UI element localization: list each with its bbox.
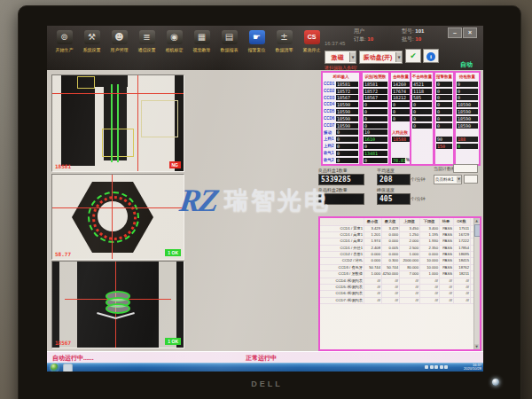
toolbar-item-vision-teach[interactable]: ▦视觉教导	[190, 28, 214, 67]
toolbar-item-user-management[interactable]: ☻用户管理	[107, 28, 131, 67]
avg-speed-unit: 个/分钟	[411, 176, 425, 182]
table-row: 0	[435, 115, 453, 122]
cell: ///	[382, 278, 400, 284]
table-row: 0	[435, 108, 453, 115]
measure-line	[117, 84, 119, 162]
tray-icon[interactable]	[440, 365, 443, 369]
table-row: 0	[411, 101, 433, 108]
value-cell: 10	[364, 129, 387, 135]
cell: 1.201	[364, 232, 382, 238]
table-row[interactable]: CCD1 / 宽度13.4293.4293.4503.400PASS17511	[320, 226, 480, 232]
table-row	[391, 150, 411, 157]
table-row[interactable]: CCD6 /检测列表//////////////////	[320, 291, 480, 297]
table-row[interactable]: CCD7 /检测列表//////////////////	[320, 298, 480, 304]
empty-cell	[457, 129, 478, 135]
info-button[interactable]: i	[423, 49, 439, 63]
cell: 0.005	[382, 246, 400, 251]
cell: ///	[382, 285, 400, 290]
scroll-down-icon[interactable]: ▼	[474, 344, 479, 349]
current-box-count-field[interactable]	[464, 175, 478, 184]
laser-dropdown[interactable]: 激磁 ▼	[325, 51, 356, 64]
table-row: 0	[363, 122, 388, 129]
minimize-button[interactable]: –	[448, 27, 462, 38]
table-row: 0	[363, 143, 388, 150]
result-badge: 1 OK	[165, 338, 181, 345]
empty-cell	[457, 158, 478, 163]
taskbar-clock[interactable]: 16:37 2020/10/28	[450, 364, 481, 372]
table-row: 14260	[391, 81, 411, 88]
table-row[interactable]: CCD5 /检测列表//////////////////	[320, 285, 480, 291]
table-row	[391, 143, 411, 150]
table-scrollbar[interactable]: ▲ ▼	[473, 218, 480, 349]
column-header: 不合格数量	[411, 73, 433, 81]
model-info: 型号: 101	[402, 28, 424, 35]
cell: PASS	[440, 239, 454, 244]
value-cell: 90	[436, 137, 452, 142]
tray-icon[interactable]	[434, 365, 438, 369]
data-clear-icon: ±	[277, 30, 293, 44]
system-settings-icon: ⚒	[84, 30, 100, 44]
power-button[interactable]	[492, 379, 499, 386]
empty-cell	[436, 158, 452, 163]
toolbar-item-communication-settings[interactable]: ≣通信设置	[135, 28, 159, 67]
value-cell: 0	[436, 89, 452, 94]
taskbar-app-button[interactable]	[63, 364, 73, 372]
cell: 1.000	[420, 271, 440, 277]
toolbar-item-emergency-stop[interactable]: CS紧急停止	[300, 28, 324, 67]
measurement-readout: 18581	[55, 163, 71, 169]
table-row[interactable]: CCD1 / 高度11.2010.0001.2501.195PASS16729	[320, 232, 480, 239]
table-row: 18581	[363, 81, 388, 88]
brand-name: 瑞智光电	[224, 184, 331, 216]
start-button[interactable]	[51, 364, 59, 372]
vibrator-dropdown[interactable]: 振动盘(开) ▼	[359, 51, 403, 64]
toolbar-item-system-settings[interactable]: ⚒系统设置	[80, 28, 104, 67]
toolbar-item-alarm-reset[interactable]: ☛报警复位	[245, 28, 269, 67]
toolbar-item-start-production[interactable]: ⊚开始生产	[52, 28, 76, 67]
empty-cell	[392, 151, 410, 156]
cell: 2.500	[400, 246, 420, 251]
table-row[interactable]: CCD4 /检测列表//////////////////	[320, 278, 480, 285]
table-row[interactable]: CCD3 / 牙数值1.0004250.0007.0001.000PASS182…	[320, 271, 480, 278]
chevron-down-icon: ▼	[457, 176, 461, 183]
main-area: 18581 NG 58.77 1 OK	[47, 70, 483, 351]
brand-watermark: RZ 瑞智光电	[180, 182, 331, 219]
row-label: CCD1 / 高度1	[320, 232, 364, 238]
monitor-bezel: ⊚开始生产⚒系统设置☻用户管理≣通信设置◉相机标定▦视觉教导▤数据报表☛报警复位…	[18, 5, 521, 399]
table-row[interactable]: CCD2 / 表面10.0000.0001.0000.000PASS18695	[320, 252, 480, 258]
tray-icon[interactable]	[425, 365, 428, 369]
table-row	[391, 122, 411, 129]
value-cell: 0	[336, 151, 358, 156]
row-label: CCD1	[324, 81, 335, 88]
value-cell: 0	[412, 123, 432, 129]
confirm-button[interactable]: ✔	[405, 49, 421, 63]
value-cell: 0	[436, 123, 452, 129]
scrollbar-thumb[interactable]	[474, 224, 481, 237]
table-row: 0	[363, 115, 388, 122]
cell: ///	[440, 291, 454, 296]
camera-calibration-icon: ◉	[167, 30, 183, 44]
cell: ///	[454, 291, 471, 296]
crosshair	[112, 175, 113, 259]
current-box-dropdown[interactable]: 良品料盒1▼	[434, 175, 462, 184]
value-cell: 1118	[412, 89, 432, 94]
value-cell: 0	[392, 109, 410, 114]
scroll-up-icon[interactable]: ▲	[474, 218, 479, 223]
cell: 0.300	[382, 258, 400, 263]
table-row: 78.81%	[391, 157, 411, 164]
toolbar-item-label: 视觉教导	[193, 47, 211, 52]
table-row: 18588	[391, 136, 411, 143]
value-cell: 18581	[364, 82, 387, 87]
table-row[interactable]: CCD1 / 外径12.4080.0052.5002.350PASS17854	[320, 246, 480, 252]
close-button[interactable]: ×	[463, 27, 477, 38]
table-row[interactable]: CCD1 / 高度21.9740.0002.0001.930PASS17222	[320, 239, 480, 245]
table-row	[435, 157, 453, 164]
current-box-field[interactable]	[453, 164, 478, 173]
tray-icon[interactable]	[430, 365, 434, 369]
toolbar-item-camera-calibration[interactable]: ◉相机标定	[162, 28, 186, 67]
volume-icon[interactable]	[444, 365, 448, 369]
table-row[interactable]: CCD3 / 有无牙50.74450.74480.00010.000PASS18…	[320, 265, 480, 271]
toolbar-item-data-clear[interactable]: ±数据清零	[272, 28, 296, 67]
toolbar-item-data-report[interactable]: ▤数据报表	[217, 28, 241, 67]
table-row: 1118	[411, 88, 433, 95]
table-row[interactable]: CCD2 / 堵孔0.0000.3002000.00010.000PASS184…	[320, 258, 480, 264]
